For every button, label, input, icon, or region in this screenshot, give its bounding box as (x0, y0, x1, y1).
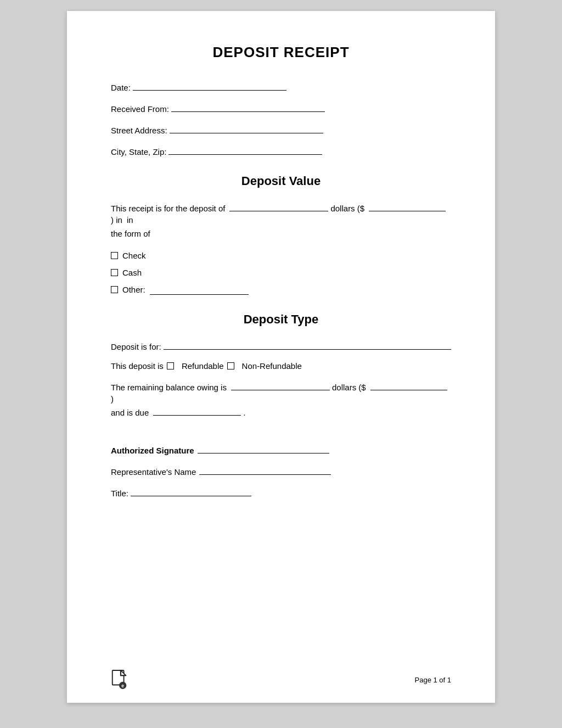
street-address-field-row: Street Address: (111, 124, 451, 135)
non-refundable-label: Non-Refundable (242, 361, 302, 371)
receipt-text-1: This receipt is for the deposit of (111, 204, 225, 213)
receipt-text-4: the form of (111, 229, 150, 238)
street-address-label: Street Address: (111, 126, 167, 135)
authorized-signature-underline (198, 444, 329, 453)
city-state-zip-underline (168, 145, 322, 155)
balance-text-3: ) (111, 394, 114, 404)
refundable-checkbox[interactable] (167, 362, 174, 369)
footer: e Page 1 of 1 (111, 670, 451, 690)
payment-form-section: Check Cash Other: (111, 251, 451, 295)
deposit-type-title: Deposit Type (111, 312, 451, 327)
balance-line-2: and is due . (111, 406, 451, 417)
check-option-row: Check (111, 251, 451, 260)
balance-due-date-underline (153, 406, 241, 416)
receipt-text-3: ) in (111, 215, 122, 225)
deposit-value-title: Deposit Value (111, 174, 451, 188)
balance-amount-words-underline (231, 380, 330, 390)
receipt-text-in: in (125, 215, 133, 225)
title-row: Title: (111, 486, 451, 498)
receipt-text-2: dollars ($ (330, 204, 364, 213)
balance-line-1: The remaining balance owing is dollars (… (111, 380, 451, 404)
cash-label: Cash (122, 268, 142, 277)
other-checkbox[interactable] (111, 286, 118, 293)
deposit-is-for-underline (164, 340, 451, 350)
deposit-type-section: Deposit is for: This deposit is Refundab… (111, 340, 451, 417)
authorized-signature-label: Authorized Signature (111, 446, 194, 455)
deposit-amount-dollars-underline (369, 201, 446, 211)
date-label: Date: (111, 83, 131, 92)
cash-option-row: Cash (111, 268, 451, 277)
received-from-label: Received From: (111, 104, 169, 114)
title-underline (131, 486, 251, 496)
non-refundable-checkbox[interactable] (227, 362, 234, 369)
other-option-row: Other: (111, 285, 451, 295)
check-label: Check (122, 251, 146, 260)
brand-icon: e (111, 670, 128, 690)
received-from-field-row: Received From: (111, 102, 451, 114)
receipt-line-2: the form of (111, 227, 451, 241)
refundable-text-1: This deposit is (111, 361, 164, 371)
page-number: Page 1 of 1 (415, 676, 452, 684)
authorized-signature-row: Authorized Signature (111, 444, 451, 455)
title-label: Title: (111, 489, 128, 498)
rep-name-underline (199, 465, 331, 475)
rep-name-row: Representative's Name (111, 465, 451, 477)
deposit-value-section: This receipt is for the deposit of dolla… (111, 201, 451, 241)
deposit-is-for-row: Deposit is for: (111, 340, 451, 351)
date-underline (133, 81, 286, 91)
street-address-underline (170, 124, 323, 133)
document-icon: e (111, 670, 128, 690)
check-checkbox[interactable] (111, 252, 118, 259)
balance-amount-dollars-underline (370, 380, 447, 390)
balance-due-text: and is due (111, 408, 149, 417)
deposit-amount-words-underline (229, 201, 328, 211)
city-state-zip-field-row: City, State, Zip: (111, 145, 451, 156)
balance-text-2: dollars ($ (332, 383, 366, 392)
balance-section: The remaining balance owing is dollars (… (111, 380, 451, 417)
deposit-is-for-label: Deposit is for: (111, 342, 161, 351)
rep-name-label: Representative's Name (111, 467, 196, 477)
svg-text:e: e (121, 683, 124, 688)
document-page: DEPOSIT RECEIPT Date: Received From: Str… (67, 11, 495, 703)
balance-text-1: The remaining balance owing is (111, 383, 227, 392)
city-state-zip-label: City, State, Zip: (111, 147, 166, 156)
other-label: Other: (122, 285, 145, 294)
refundable-label: Refundable (182, 361, 224, 371)
date-field-row: Date: (111, 81, 451, 92)
balance-due-end: . (243, 408, 245, 417)
other-underline (150, 285, 249, 295)
signature-section: Authorized Signature Representative's Na… (111, 444, 451, 498)
received-from-underline (171, 102, 325, 112)
page-title: DEPOSIT RECEIPT (111, 44, 451, 61)
receipt-line-1: This receipt is for the deposit of dolla… (111, 201, 451, 225)
refundable-row: This deposit is Refundable Non-Refundabl… (111, 361, 451, 371)
cash-checkbox[interactable] (111, 269, 118, 276)
